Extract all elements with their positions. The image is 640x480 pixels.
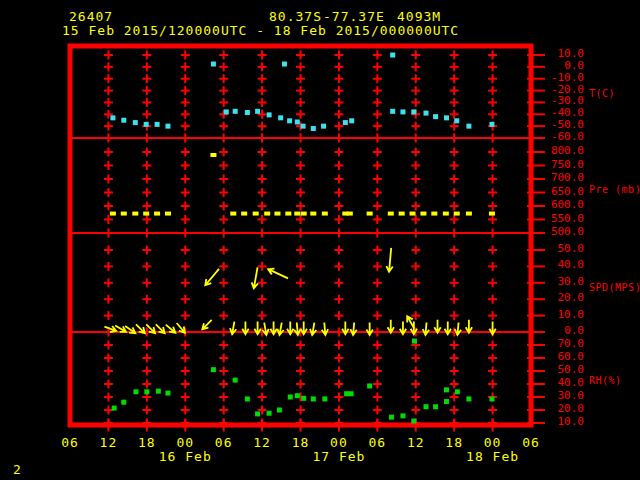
- temperature-point: [155, 122, 160, 127]
- y-axis-title: T(C): [589, 88, 615, 99]
- y-tick-label: 500.0: [536, 226, 584, 238]
- pressure-point: [253, 212, 259, 216]
- temperature-point: [400, 109, 405, 114]
- grads-meteogram-window: 26407 80.37S -77.37E 4093M 15 Feb 2015/1…: [0, 0, 640, 480]
- hour-label: 12: [92, 436, 124, 450]
- temperature-point: [343, 120, 348, 125]
- temperature-point: [165, 124, 170, 129]
- pressure-point: [420, 212, 426, 216]
- time-range: 15 Feb 2015/120000UTC - 18 Feb 2015/0000…: [62, 24, 459, 38]
- rh-point: [211, 367, 216, 372]
- y-tick-label: 10.0: [536, 416, 584, 428]
- wind-arrow: [321, 322, 328, 335]
- y-tick-label: 40.0: [536, 377, 584, 389]
- wind-arrow: [350, 322, 357, 335]
- date-label: 16 Feb: [157, 450, 213, 464]
- y-tick-label: 700.0: [536, 172, 584, 184]
- rh-point: [277, 408, 282, 413]
- pressure-point: [388, 212, 394, 216]
- pressure-point: [431, 212, 437, 216]
- rh-point: [466, 396, 471, 401]
- temperature-point: [295, 119, 300, 124]
- wind-arrow: [454, 322, 461, 335]
- temperature-point: [267, 112, 272, 117]
- pressure-point: [121, 212, 127, 216]
- temperature-point: [287, 118, 292, 123]
- temperature-point: [390, 109, 395, 114]
- rh-point: [255, 411, 260, 416]
- hour-label: 06: [361, 436, 393, 450]
- y-axis-title: RH(%): [589, 375, 622, 386]
- temperature-point: [133, 120, 138, 125]
- y-tick-label: 750.0: [536, 159, 584, 171]
- pressure-point: [454, 212, 460, 216]
- rh-point: [245, 396, 250, 401]
- pressure-point: [264, 212, 270, 216]
- y-tick-label: -60.0: [536, 131, 584, 143]
- rh-point: [156, 389, 161, 394]
- date-label: 18 Feb: [465, 450, 521, 464]
- wind-arrow: [276, 322, 284, 335]
- rh-point: [267, 411, 272, 416]
- rh-point: [489, 396, 494, 401]
- rh-point: [433, 404, 438, 409]
- wind-arrow: [267, 266, 290, 281]
- wind-arrow: [200, 318, 214, 332]
- rh-point: [349, 391, 354, 396]
- rh-point: [301, 396, 306, 401]
- pressure-point: [399, 212, 405, 216]
- pressure-point: [110, 212, 116, 216]
- temperature-point: [390, 53, 395, 58]
- y-tick-label: 30.0: [536, 390, 584, 402]
- y-tick-label: 50.0: [536, 243, 584, 255]
- hour-label: 06: [515, 436, 547, 450]
- pressure-point: [210, 153, 216, 157]
- temperature-point: [245, 110, 250, 115]
- wind-arrow: [434, 320, 440, 333]
- rh-point: [133, 389, 138, 394]
- temperature-point: [466, 124, 471, 129]
- rh-point: [288, 395, 293, 400]
- wind-arrow: [388, 320, 394, 333]
- hour-label: 06: [54, 436, 86, 450]
- temperature-point: [433, 114, 438, 119]
- temperature-point: [489, 122, 494, 127]
- pressure-point: [347, 212, 353, 216]
- rh-point: [423, 404, 428, 409]
- temperature-point: [349, 118, 354, 123]
- y-tick-label: 10.0: [536, 309, 584, 321]
- temperature-point: [301, 124, 306, 129]
- page-number: 2: [13, 463, 22, 477]
- pressure-point: [443, 212, 449, 216]
- wind-arrow: [251, 267, 261, 289]
- wind-arrow: [309, 322, 317, 335]
- y-tick-label: 20.0: [536, 403, 584, 415]
- temperature-point: [278, 115, 283, 120]
- pressure-point: [230, 212, 236, 216]
- rh-point: [455, 389, 460, 394]
- wind-arrow: [164, 322, 178, 335]
- wind-arrow: [386, 248, 394, 272]
- rh-point: [322, 396, 327, 401]
- temperature-point: [144, 122, 149, 127]
- wind-arrow: [203, 267, 222, 287]
- rh-point: [367, 383, 372, 388]
- y-tick-label: 40.0: [536, 259, 584, 271]
- rh-point: [295, 393, 300, 398]
- temperature-point: [311, 126, 316, 131]
- hour-label: 06: [208, 436, 240, 450]
- temperature-point: [282, 62, 287, 67]
- rh-point: [311, 396, 316, 401]
- rh-point: [144, 389, 149, 394]
- pressure-point: [285, 212, 291, 216]
- rh-point: [444, 399, 449, 404]
- y-tick-label: 0.0: [536, 325, 584, 337]
- pressure-point: [410, 212, 416, 216]
- y-tick-label: 50.0: [536, 364, 584, 376]
- temperature-point: [211, 62, 216, 67]
- y-tick-label: 20.0: [536, 292, 584, 304]
- temperature-point: [444, 115, 449, 120]
- pressure-point: [466, 212, 472, 216]
- date-label: 17 Feb: [311, 450, 367, 464]
- y-tick-label: 600.0: [536, 199, 584, 211]
